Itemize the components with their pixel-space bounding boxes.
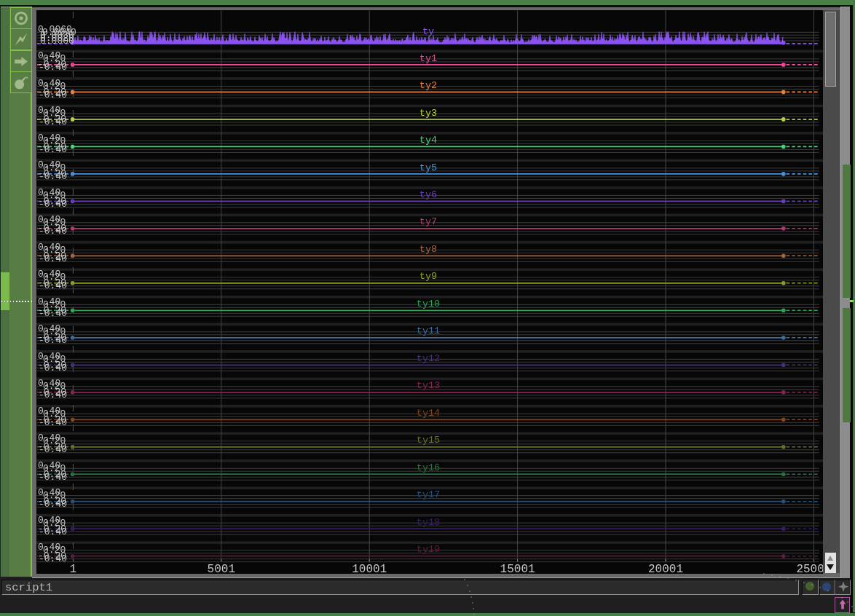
- svg-text:-0.40: -0.40: [39, 117, 67, 127]
- svg-text:-0.40: -0.40: [39, 444, 67, 455]
- svg-text:ty: ty: [422, 26, 434, 37]
- svg-text:ty7: ty7: [419, 216, 437, 227]
- svg-text:ty11: ty11: [417, 325, 440, 336]
- svg-text:10001: 10001: [352, 563, 387, 574]
- svg-text:-0.40: -0.40: [39, 335, 67, 346]
- svg-text:-0.40: -0.40: [39, 417, 67, 428]
- svg-text:-0.40: -0.40: [39, 390, 67, 400]
- svg-text:-0.40: -0.40: [39, 199, 67, 210]
- svg-text:-0.40: -0.40: [39, 363, 67, 374]
- svg-text:ty15: ty15: [417, 435, 440, 446]
- svg-text:ty18: ty18: [417, 517, 440, 528]
- svg-text:-0.40: -0.40: [39, 226, 67, 237]
- svg-text:ty9: ty9: [419, 271, 437, 282]
- svg-text:ty13: ty13: [417, 380, 440, 391]
- svg-text:-0.40: -0.40: [39, 308, 67, 319]
- svg-text:-0.40: -0.40: [39, 280, 67, 291]
- svg-text:-0.40: -0.40: [39, 62, 67, 73]
- svg-text:-0.40: -0.40: [39, 472, 67, 483]
- svg-text:ty5: ty5: [419, 162, 437, 173]
- svg-text:ty8: ty8: [419, 244, 437, 255]
- svg-text:1: 1: [70, 563, 77, 574]
- svg-text:-0.40: -0.40: [39, 90, 67, 100]
- svg-text:ty6: ty6: [419, 189, 437, 200]
- svg-text:-0.40: -0.40: [39, 526, 67, 537]
- svg-text:ty10: ty10: [417, 299, 440, 309]
- svg-text:-0.40: -0.40: [39, 171, 67, 182]
- svg-text:5001: 5001: [208, 563, 235, 574]
- svg-text:-0.40: -0.40: [39, 253, 67, 264]
- svg-text:-0.40: -0.40: [39, 499, 67, 510]
- svg-text:-0.40: -0.40: [39, 553, 67, 564]
- svg-text:-0.40: -0.40: [39, 144, 67, 155]
- svg-text:ty12: ty12: [417, 353, 440, 364]
- svg-text:ty16: ty16: [417, 462, 440, 473]
- svg-text:ty2: ty2: [419, 80, 437, 91]
- svg-text:25001: 25001: [796, 563, 823, 574]
- svg-text:15001: 15001: [500, 563, 535, 574]
- svg-text:ty14: ty14: [417, 408, 440, 419]
- svg-text:20001: 20001: [648, 563, 683, 574]
- svg-text:0.0000: 0.0000: [40, 36, 74, 47]
- svg-text:ty17: ty17: [417, 489, 440, 500]
- svg-text:ty3: ty3: [419, 108, 437, 119]
- svg-text:ty19: ty19: [417, 544, 440, 555]
- svg-text:ty1: ty1: [419, 53, 437, 64]
- svg-text:ty4: ty4: [419, 135, 437, 146]
